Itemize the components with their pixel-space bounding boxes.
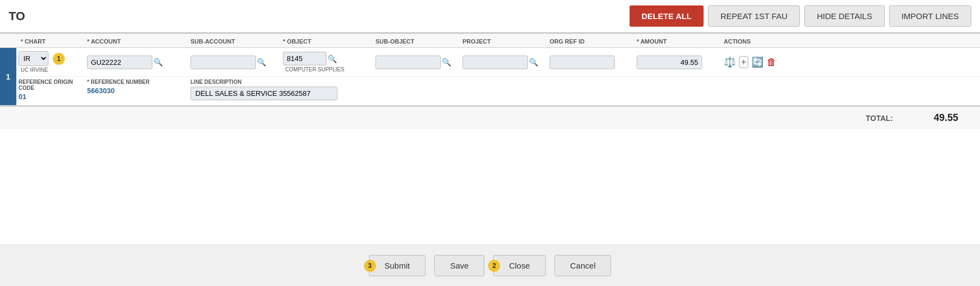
actions-top: ⚖️ + 🔄 🗑 xyxy=(724,56,783,68)
delete-icon[interactable]: 🗑 xyxy=(767,57,776,68)
account-search-icon[interactable]: 🔍 xyxy=(153,58,163,66)
object-sub-label: COMPUTER SUPPLIES xyxy=(283,66,375,72)
orgrefid-field xyxy=(550,56,637,69)
project-search-icon[interactable]: 🔍 xyxy=(529,58,538,66)
total-label: TOTAL: xyxy=(866,114,893,123)
col-header-subobject: SUB-OBJECT xyxy=(375,38,415,45)
subaccount-search-icon[interactable]: 🔍 xyxy=(257,58,266,66)
close-button[interactable]: 2 Close xyxy=(493,255,545,276)
column-headers: * CHART * ACCOUNT SUB-ACCOUNT * OBJECT S… xyxy=(0,34,980,48)
amount-input[interactable] xyxy=(637,56,702,69)
object-search-icon[interactable]: 🔍 xyxy=(328,54,337,63)
cancel-label: Cancel xyxy=(570,261,596,270)
badge-1: 1 xyxy=(53,53,65,65)
project-input[interactable] xyxy=(463,56,528,69)
amount-field xyxy=(637,56,724,69)
save-button[interactable]: Save xyxy=(434,255,484,276)
save-label: Save xyxy=(450,261,469,270)
object-input[interactable] xyxy=(283,52,326,65)
ref-origin-field: REFERENCE ORIGIN CODE 01 xyxy=(16,79,87,101)
col-header-object: * OBJECT xyxy=(283,38,311,45)
page-title: TO xyxy=(9,9,630,23)
subobject-field: 🔍 xyxy=(375,56,463,69)
delete-all-button[interactable]: DELETE ALL xyxy=(630,5,704,27)
project-field: 🔍 xyxy=(463,56,550,69)
submit-label: Submit xyxy=(385,261,410,270)
submit-button[interactable]: 3 Submit xyxy=(369,255,426,276)
repeat-1st-fau-button[interactable]: REPEAT 1ST FAU xyxy=(708,5,800,27)
subaccount-field: 🔍 xyxy=(190,56,283,69)
submit-badge: 3 xyxy=(364,260,376,272)
header-buttons: DELETE ALL REPEAT 1ST FAU HIDE DETAILS I… xyxy=(630,5,971,27)
ref-number-field: * REFERENCE NUMBER 5663030 xyxy=(87,79,190,95)
col-header-account: * ACCOUNT xyxy=(87,38,121,45)
add-icon[interactable]: + xyxy=(739,56,748,68)
refresh-icon[interactable]: 🔄 xyxy=(751,56,763,68)
hide-details-button[interactable]: HIDE DETAILS xyxy=(804,5,884,27)
line-number: 1 xyxy=(0,48,16,105)
line-desc-label: LINE DESCRIPTION xyxy=(190,79,408,85)
subobject-search-icon[interactable]: 🔍 xyxy=(442,58,451,66)
footer: 3 Submit Save 2 Close Cancel xyxy=(0,245,980,286)
line-fields-bottom: REFERENCE ORIGIN CODE 01 * REFERENCE NUM… xyxy=(16,76,980,105)
balance-icon[interactable]: ⚖️ xyxy=(724,56,736,68)
import-lines-button[interactable]: IMPORT LINES xyxy=(889,5,971,27)
account-field: 🔍 xyxy=(87,56,190,69)
col-header-chart: * CHART xyxy=(21,38,46,45)
col-header-orgrefid: ORG REF ID xyxy=(550,38,584,45)
account-input[interactable] xyxy=(87,56,152,69)
line-fields: IR 1 UC IRVINE 🔍 xyxy=(16,48,980,105)
ref-origin-value: 01 xyxy=(19,93,87,101)
total-row: TOTAL: 49.55 xyxy=(0,106,980,129)
subobject-input[interactable] xyxy=(375,56,441,69)
col-header-amount: * AMOUNT xyxy=(637,38,667,45)
line-desc-input[interactable] xyxy=(190,87,337,100)
total-value: 49.55 xyxy=(915,112,958,124)
col-header-actions: ACTIONS xyxy=(724,38,751,45)
col-header-project: PROJECT xyxy=(463,38,491,45)
close-badge: 2 xyxy=(488,260,500,272)
chart-select[interactable]: IR xyxy=(19,51,48,66)
ref-num-label: * REFERENCE NUMBER xyxy=(87,79,190,85)
chart-field: IR 1 UC IRVINE xyxy=(16,51,87,73)
subaccount-input[interactable] xyxy=(190,56,256,69)
object-field: 🔍 COMPUTER SUPPLIES xyxy=(283,52,375,72)
line-desc-field: LINE DESCRIPTION xyxy=(190,79,408,100)
col-header-subaccount: SUB-ACCOUNT xyxy=(190,38,235,45)
chart-sub-label: UC IRVINE xyxy=(19,67,87,73)
line-fields-top: IR 1 UC IRVINE 🔍 xyxy=(16,48,980,76)
cancel-button[interactable]: Cancel xyxy=(554,255,612,276)
ref-origin-label: REFERENCE ORIGIN CODE xyxy=(19,79,87,91)
close-label: Close xyxy=(509,261,529,270)
orgrefid-input[interactable] xyxy=(550,56,615,69)
table-row: 1 IR 1 UC IRVINE xyxy=(0,48,980,106)
ref-num-value: 5663030 xyxy=(87,87,190,95)
